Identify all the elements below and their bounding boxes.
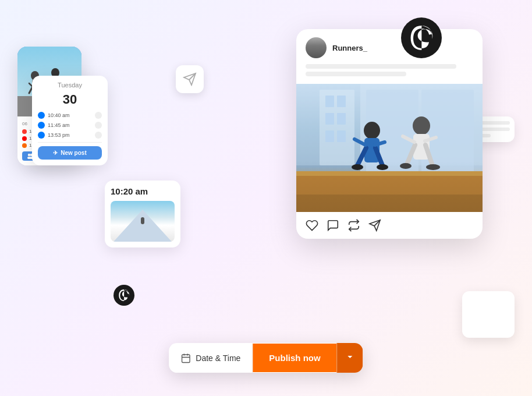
schedule-dot-blue-2	[38, 122, 45, 129]
threads-logo-big	[401, 17, 442, 58]
photo-overlay	[296, 84, 483, 212]
publish-dropdown-arrow[interactable]	[337, 343, 363, 373]
schedule-time-cal-1: 10:40 am	[48, 112, 92, 118]
schedule-dot-blue-1	[38, 112, 45, 119]
heart-icon[interactable]	[306, 219, 318, 232]
avatar-image	[306, 37, 327, 58]
share-icon[interactable]	[368, 219, 381, 232]
schedule-dot-2	[22, 136, 27, 141]
svg-rect-53	[182, 355, 190, 363]
person-on-mountain	[141, 217, 144, 224]
calendar-day: Tuesday	[38, 82, 102, 89]
divider	[38, 142, 102, 143]
instagram-actions	[296, 212, 483, 239]
schedule-indicator-1	[95, 112, 102, 119]
mountain-photo	[111, 201, 175, 242]
schedule-dot-blue-3	[38, 132, 45, 139]
schedule-item-1: 10:40 am	[38, 112, 102, 119]
chevron-down-icon	[346, 352, 355, 362]
bottom-action-bar: Date & Time Publish now	[169, 343, 363, 373]
instagram-photo	[296, 84, 483, 212]
instagram-card: Runners_	[296, 29, 483, 239]
date-time-label: Date & Time	[196, 353, 240, 363]
schedule-indicator-2	[95, 122, 102, 129]
svg-point-14	[28, 154, 30, 156]
avatar	[306, 37, 327, 58]
schedule-item-2: 11:45 am	[38, 122, 102, 129]
repost-icon[interactable]	[347, 219, 360, 232]
instagram-header: Runners_	[296, 29, 483, 64]
threads-logo-small	[114, 285, 134, 306]
date-time-button[interactable]: Date & Time	[169, 344, 253, 373]
calendar-date: 30	[38, 92, 102, 107]
schedule-dot-1	[22, 129, 27, 134]
comment-icon[interactable]	[327, 219, 339, 232]
publish-main-label[interactable]: Publish now	[253, 344, 336, 372]
caption-line-2	[306, 72, 406, 76]
right-partial-card-bottom	[462, 291, 515, 338]
publish-button[interactable]: Publish now	[253, 343, 363, 373]
time-card: 10:20 am	[105, 181, 180, 248]
calendar-card: Tuesday 30 10:40 am 11:45 am 13:53 pm ✈ …	[32, 76, 108, 165]
new-post-label: New post	[61, 150, 86, 156]
schedule-time-cal-2: 11:45 am	[48, 122, 92, 128]
new-post-button[interactable]: ✈ New post	[38, 146, 102, 160]
time-display: 10:20 am	[111, 186, 175, 196]
schedule-indicator-3	[95, 132, 102, 139]
schedule-time-cal-3: 13:53 pm	[48, 132, 92, 138]
send-icon-float	[176, 65, 204, 93]
instagram-username: Runners_	[332, 44, 367, 52]
scene: 06 10:05 pm 13:08 pm 13:55 pm	[0, 0, 532, 396]
schedule-item-3: 13:53 pm	[38, 132, 102, 139]
schedule-dot-3	[22, 143, 27, 148]
caption-lines	[296, 64, 483, 84]
calendar-icon	[180, 353, 191, 363]
caption-line-1	[306, 64, 456, 69]
new-post-send-icon: ✈	[53, 150, 58, 156]
mountain-shape-1	[114, 210, 172, 242]
